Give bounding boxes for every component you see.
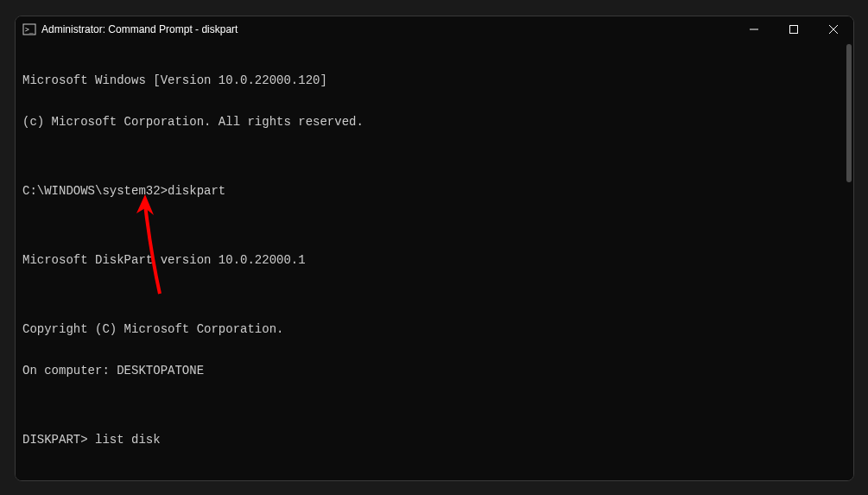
close-button[interactable] — [814, 16, 853, 42]
terminal-line: (c) Microsoft Corporation. All rights re… — [22, 115, 846, 129]
terminal-line: Microsoft DiskPart version 10.0.22000.1 — [22, 253, 846, 267]
cmd-icon: >_ — [22, 22, 36, 36]
scrollbar[interactable] — [846, 44, 852, 477]
maximize-button[interactable] — [774, 16, 814, 42]
command-prompt-window: >_ Administrator: Command Prompt - diskp… — [15, 16, 854, 481]
minimize-button[interactable] — [734, 16, 774, 42]
window-controls — [734, 16, 853, 42]
terminal-output[interactable]: Microsoft Windows [Version 10.0.22000.12… — [16, 42, 853, 480]
terminal-line: Copyright (C) Microsoft Corporation. — [22, 322, 846, 336]
terminal-line: On computer: DESKTOPATONE — [22, 364, 846, 378]
svg-text:>_: >_ — [25, 26, 34, 34]
titlebar[interactable]: >_ Administrator: Command Prompt - diskp… — [16, 16, 853, 42]
terminal-line: C:\WINDOWS\system32>diskpart — [22, 184, 846, 198]
scrollbar-thumb[interactable] — [846, 44, 852, 182]
terminal-line: Microsoft Windows [Version 10.0.22000.12… — [22, 73, 846, 87]
terminal-line: DISKPART> list disk — [22, 433, 846, 447]
window-title: Administrator: Command Prompt - diskpart — [41, 23, 734, 35]
svg-rect-3 — [790, 26, 798, 34]
